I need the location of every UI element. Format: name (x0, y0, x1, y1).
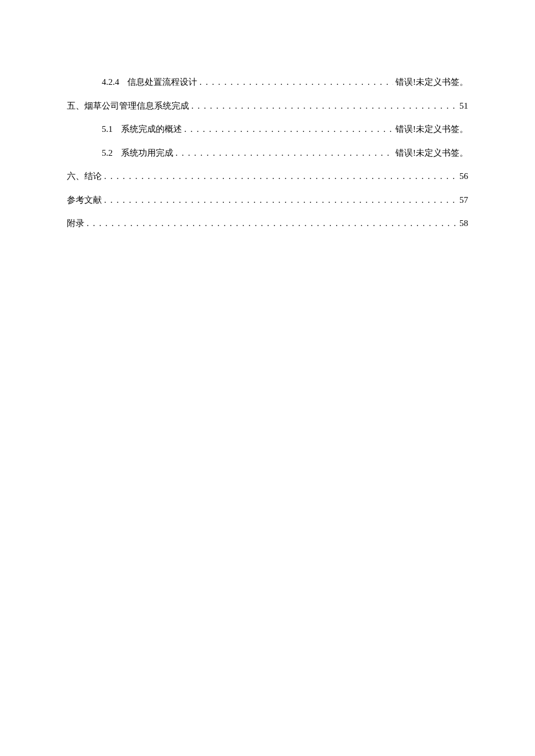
entry-title: 信息处置流程设计 (127, 76, 197, 89)
leader-dots (173, 146, 395, 160)
entry-number: 4.2.4 (102, 76, 119, 89)
leader-dots (189, 99, 459, 113)
leader-dots (197, 76, 395, 89)
toc-entry: 参考文献 57 (67, 194, 468, 207)
entry-page: 58 (459, 217, 468, 230)
toc-entry: 4.2.4 信息处置流程设计 错误!未定义书签。 (67, 76, 468, 89)
toc-entry: 附录 58 (67, 217, 468, 230)
leader-dots (102, 170, 459, 183)
entry-title: 附录 (67, 217, 84, 230)
table-of-contents: 4.2.4 信息处置流程设计 错误!未定义书签。 五、烟草公司管理信息系统完成 … (67, 76, 468, 230)
entry-title: 系统功用完成 (121, 146, 173, 160)
entry-page: 56 (459, 170, 468, 183)
entry-title: 系统完成的概述 (121, 123, 182, 136)
leader-dots (84, 217, 459, 230)
toc-entry: 六、结论 56 (67, 170, 468, 183)
toc-entry: 五、烟草公司管理信息系统完成 51 (67, 99, 468, 113)
leader-dots (182, 123, 395, 136)
leader-dots (102, 194, 459, 207)
entry-title: 五、烟草公司管理信息系统完成 (67, 99, 189, 113)
entry-page: 错误!未定义书签。 (395, 123, 468, 136)
entry-number: 5.2 (102, 146, 113, 160)
entry-page: 57 (459, 194, 468, 207)
entry-title: 参考文献 (67, 194, 102, 207)
entry-page: 错误!未定义书签。 (395, 146, 468, 160)
entry-number: 5.1 (102, 123, 113, 136)
toc-entry: 5.1 系统完成的概述 错误!未定义书签。 (67, 123, 468, 136)
entry-page: 错误!未定义书签。 (395, 76, 468, 89)
entry-title: 六、结论 (67, 170, 102, 183)
entry-page: 51 (459, 99, 468, 113)
toc-entry: 5.2 系统功用完成 错误!未定义书签。 (67, 146, 468, 160)
